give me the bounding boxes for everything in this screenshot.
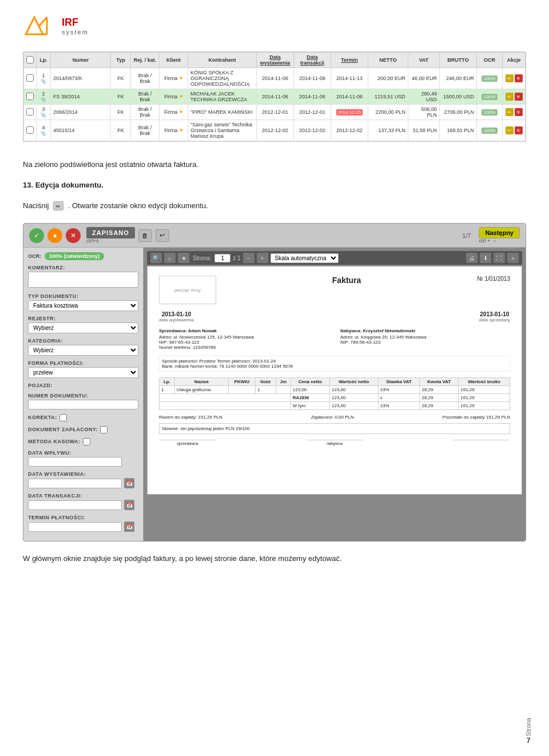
pdf-search-btn[interactable]: 🔍 xyxy=(150,253,162,263)
edit-action-icon[interactable]: ✏ xyxy=(506,126,514,134)
pdf-print-btn[interactable]: 🖨 xyxy=(466,253,478,263)
forma-section: FORMA PŁATNOŚCI: przelew xyxy=(28,360,138,378)
action-icons: ✏ ✕ xyxy=(505,74,523,82)
data-trans-input[interactable]: 2013-01-10 xyxy=(28,500,122,510)
save-btn[interactable]: ✓ xyxy=(29,228,44,243)
warning-btn[interactable]: ● xyxy=(47,228,62,243)
termin-input[interactable]: 2013-01-10 xyxy=(28,522,122,532)
row-termin: 2012-12-02 xyxy=(331,120,368,141)
item-cena-netto: 123,00 xyxy=(291,386,329,394)
forma-label: FORMA PŁATNOŚCI: xyxy=(28,360,138,366)
termin-normal: 2014-11-13 xyxy=(336,75,363,81)
row-checkbox-cell xyxy=(24,120,37,141)
th-checkbox xyxy=(24,53,37,68)
strona-label: Strona: xyxy=(193,255,211,261)
pdf-more-btn[interactable]: » xyxy=(507,253,519,263)
logo-icon xyxy=(23,11,57,40)
korekta-checkbox[interactable] xyxy=(59,414,67,421)
action-icons: ✏ ✕ xyxy=(505,93,523,101)
next-btn[interactable]: Następny xyxy=(479,227,520,238)
razem-brutto: 151,29 xyxy=(459,394,510,402)
table-row: 4 📎 45515/14 FK Brak / Brak Firma ⚑ "San… xyxy=(24,120,526,141)
pdf-fullscreen-btn[interactable]: ⛶ xyxy=(494,253,505,263)
data-trans-cal-icon[interactable]: 📅 xyxy=(124,500,134,510)
th-ilosc: Ilość xyxy=(256,378,276,386)
nacisnij-text: Naciśnij xyxy=(23,201,49,210)
logo-text-block: IRF system xyxy=(62,17,89,35)
data-trans-row: 2013-01-10 📅 xyxy=(28,500,138,510)
pdf-page-input[interactable] xyxy=(214,254,230,262)
row-checkbox[interactable] xyxy=(26,108,34,116)
select-all-checkbox[interactable] xyxy=(26,56,34,63)
row-checkbox[interactable] xyxy=(26,126,34,134)
wtym-netto: 123,00 xyxy=(330,402,379,410)
edit-action-icon[interactable]: ✏ xyxy=(506,74,514,82)
row-rej: Brak / Brak xyxy=(131,120,160,141)
th-klient: Klient xyxy=(160,53,188,68)
pdf-download-btn[interactable]: ⬇ xyxy=(480,253,491,263)
nabywca-adres: Adres: ul. Księgowa 20, 12-345 Warszawa xyxy=(340,335,510,340)
data-wplywu-input[interactable]: 2015-04-24 xyxy=(28,457,122,467)
delete-action-icon[interactable]: ✕ xyxy=(515,126,523,134)
dok-zap-checkbox[interactable] xyxy=(100,426,108,433)
typ-dok-select[interactable]: Faktura kosztowa xyxy=(28,300,138,311)
doc-totals-row: Razem do zapłaty: 151,29 PLN Zapłacono: … xyxy=(159,415,510,420)
th-akcje: Akcje xyxy=(503,53,526,68)
pdf-zoom-in-btn[interactable]: + xyxy=(257,253,268,263)
typ-dok-label: TYP DOKUMENTU: xyxy=(28,293,138,299)
data-wyst-input[interactable]: 2013-01-10 xyxy=(28,479,122,488)
sprzedawca-tel: Numer telefonu: 123456789 xyxy=(159,345,329,350)
table-row: 1 📎 2014/0973/K FK Brak / Brak Firma ⚑ K… xyxy=(24,68,526,89)
ctrl-next-label: ctrl + → xyxy=(479,238,520,244)
th-nazwa: Nazwa xyxy=(174,378,228,386)
pdf-bookmark-btn[interactable]: ★ xyxy=(178,253,189,263)
forma-select[interactable]: przelew xyxy=(28,367,138,378)
ctrl-s-label: ctrl+s xyxy=(86,238,135,244)
doc-sigs: sprzedawca nabywca xyxy=(159,440,510,445)
edit-action-icon[interactable]: ✏ xyxy=(506,93,514,101)
row-typ: FK xyxy=(111,89,131,105)
th-jm: Jm xyxy=(276,378,291,386)
data-wyst-row: 2013-01-10 📅 xyxy=(28,478,138,488)
termin-cal-icon[interactable]: 📅 xyxy=(124,522,134,532)
edit-action-icon[interactable]: ✏ xyxy=(506,108,514,116)
row-checkbox[interactable] xyxy=(26,74,34,82)
zaplacono: Zapłacono: 0,00 PLN xyxy=(311,415,354,420)
doc-items-tfoot: RAZEM 123,00 x 28,29 151,29 W tym 123,00… xyxy=(160,394,510,410)
bank-info: Bank: mBank Numer konta: 78 1140 0000 00… xyxy=(162,364,507,369)
th-typ: Typ xyxy=(111,53,131,68)
trash-btn[interactable]: 🗑 xyxy=(138,229,152,242)
delete-action-icon[interactable]: ✕ xyxy=(515,74,523,82)
row-checkbox[interactable] xyxy=(26,93,34,100)
kategoria-select[interactable]: Wybierz xyxy=(28,345,138,356)
doc-title-block: Faktura xyxy=(332,276,361,287)
th-wartosc-brutto: Wartość brutto xyxy=(459,378,510,386)
numer-dok-input[interactable]: 110112013 xyxy=(28,400,138,409)
pdf-home-btn[interactable]: ⌂ xyxy=(164,253,176,263)
pdf-zoom-out-btn[interactable]: − xyxy=(243,253,254,263)
close-btn[interactable]: ✕ xyxy=(66,228,81,243)
row-lp: 1 📎 xyxy=(37,68,51,89)
doc-date-wyst-val: 2013-01-10 xyxy=(159,311,194,317)
delete-action-icon[interactable]: ✕ xyxy=(515,93,523,101)
doc-title: Faktura xyxy=(332,276,361,285)
razem-row: RAZEM 123,00 x 28,29 151,29 xyxy=(160,394,510,402)
th-numer: Numer xyxy=(51,53,111,68)
ocr-bar: OCR: 100% (zatwierdzony) xyxy=(28,252,138,260)
item-nazwa: Usługa graficzna xyxy=(174,386,228,394)
pdf-zoom-select[interactable]: Skala automatyczna xyxy=(270,253,339,263)
delete-action-icon[interactable]: ✕ xyxy=(515,108,523,116)
dok-zap-section: DOKUMENT ZAPŁACONY: xyxy=(28,426,138,433)
metoda-checkbox[interactable] xyxy=(83,438,90,445)
row-akcje: ✏ ✕ xyxy=(503,89,526,105)
data-wyst-cal-icon[interactable]: 📅 xyxy=(124,478,134,488)
data-trans-label: DATA TRANSAKCJI: xyxy=(28,493,138,499)
rejestr-select[interactable]: Wybierz xyxy=(28,323,138,333)
doc-items-tbody: 1 Usługa graficzna 1 123,00 123,00 23% 2… xyxy=(160,386,510,394)
komentarz-textarea[interactable] xyxy=(28,272,138,288)
termin-row: 2013-01-10 📅 xyxy=(28,522,138,532)
bottom-text: W głównym oknie znajduje się podgląd fak… xyxy=(23,553,526,565)
ocr-pct-badge: 100% xyxy=(482,75,498,82)
row-brutto: 246,00 EUR xyxy=(440,68,477,89)
undo-btn[interactable]: ↩ xyxy=(156,229,169,242)
